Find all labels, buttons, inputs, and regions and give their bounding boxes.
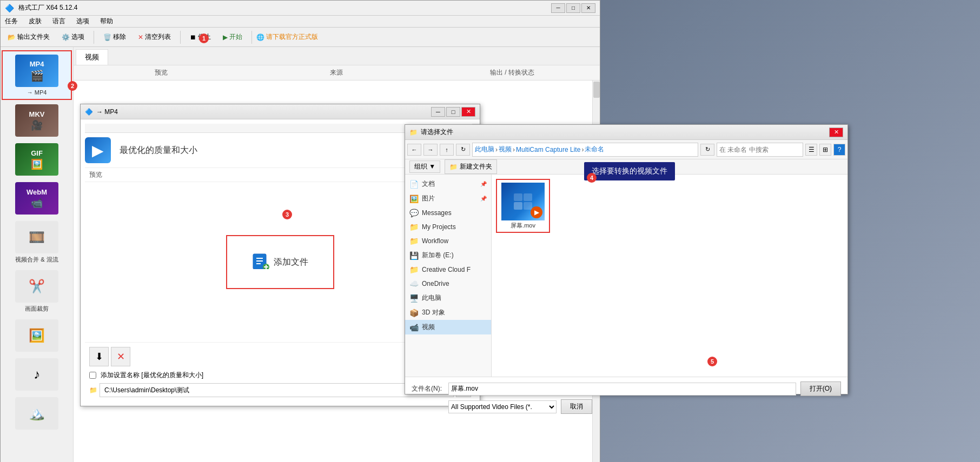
badge-2: 2 xyxy=(68,81,77,91)
path-unnamed[interactable]: 未命名 xyxy=(585,145,604,154)
clear-list-button[interactable]: ✕ 清空列表 xyxy=(133,30,176,44)
fp-filename-input[interactable] xyxy=(448,383,796,396)
sidebar-item-mkv[interactable]: MKV 🎥 xyxy=(1,101,73,140)
messages-icon: 💬 xyxy=(409,209,419,217)
action-btn-1[interactable]: ⬇ xyxy=(89,347,109,366)
fp-sidebar-thispc[interactable]: 🖥️ 此电脑 xyxy=(405,291,491,305)
fp-refresh-btn2[interactable]: ↻ xyxy=(700,144,714,156)
fp-search-input[interactable] xyxy=(717,143,803,157)
fp-sidebar-workflow[interactable]: 📁 Workflow xyxy=(405,234,491,248)
sidebar-item-extra3[interactable]: 🏔️ xyxy=(1,394,73,433)
fp-sidebar: 📄 文档 📌 🖼️ 图片 📌 💬 Messages 📁 My Projects … xyxy=(405,175,492,377)
fp-filename-row: 文件名(N): 打开(O) xyxy=(412,381,841,396)
action-btn-2[interactable]: ✕ xyxy=(111,347,130,366)
new-folder-icon: 📁 xyxy=(449,163,458,171)
close-button[interactable]: ✕ xyxy=(581,3,595,13)
fp-sidebar-onedrive[interactable]: ☁️ OneDrive xyxy=(405,277,491,291)
minimize-button[interactable]: ─ xyxy=(551,3,565,13)
globe-icon: 🌐 xyxy=(256,34,264,41)
file-picker-title-icon: 📁 xyxy=(409,129,418,136)
folder-icon-small: 📁 xyxy=(89,386,97,394)
sidebar-item-merge[interactable]: 🎞️ 视频合并 & 混流 xyxy=(1,218,73,267)
fp-filetype-select[interactable]: All Supported Video Files (*. xyxy=(448,400,557,413)
left-sidebar: MP4 🎬 → MP4 MKV 🎥 GIF 🖼️ xyxy=(1,47,74,462)
fp-file-thumbnail: ▶ xyxy=(501,183,545,220)
fp-up-button[interactable]: ↑ xyxy=(440,144,454,156)
menu-language[interactable]: 语言 xyxy=(50,16,68,27)
sidebar-item-extra1[interactable]: 🖼️ xyxy=(1,316,73,355)
add-name-checkbox[interactable] xyxy=(89,372,96,379)
menu-help[interactable]: 帮助 xyxy=(98,16,115,27)
thumb-icons-grid xyxy=(512,191,534,212)
menu-skin[interactable]: 皮肤 xyxy=(27,16,44,27)
file-picker-title-bar: 📁 请选择文件 ✕ xyxy=(405,125,847,140)
onedrive-icon: ☁️ xyxy=(409,279,419,288)
dialog-maximize-button[interactable]: □ xyxy=(446,107,460,117)
path-computer[interactable]: 此电脑 xyxy=(475,145,494,154)
fp-back-button[interactable]: ← xyxy=(407,144,421,156)
menu-task[interactable]: 任务 xyxy=(3,16,20,27)
extra2-icon: ♪ xyxy=(15,358,58,391)
fp-view-btn1[interactable]: ☰ xyxy=(805,144,817,156)
remove-button[interactable]: 🗑️ 移除 xyxy=(98,30,131,44)
app-icon: 🔷 xyxy=(5,4,14,12)
fp-sidebar-drive-e[interactable]: 💾 新加卷 (E:) xyxy=(405,248,491,263)
fp-new-folder-button[interactable]: 📁 新建文件夹 xyxy=(445,159,497,174)
fp-organize-button[interactable]: 组织 ▼ xyxy=(409,160,440,173)
fp-refresh-button[interactable]: ↻ xyxy=(456,144,470,156)
toolbar-separator-2 xyxy=(180,31,181,44)
fp-sidebar-messages[interactable]: 💬 Messages xyxy=(405,206,491,220)
pictures-icon: 🖼️ xyxy=(409,195,419,203)
toolbar-separator xyxy=(94,31,94,44)
sidebar-item-mp4[interactable]: MP4 🎬 → MP4 xyxy=(2,50,72,100)
fp-sidebar-creative-cloud[interactable]: 📁 Creative Cloud F xyxy=(405,263,491,277)
dialog-close-button[interactable]: ✕ xyxy=(461,107,475,117)
folder-icon: 📂 xyxy=(8,34,16,41)
sidebar-item-extra2[interactable]: ♪ xyxy=(1,355,73,394)
add-file-button[interactable]: 添加文件 xyxy=(226,235,334,289)
fp-help-button[interactable]: ? xyxy=(833,144,845,156)
fp-sidebar-documents[interactable]: 📄 文档 📌 xyxy=(405,177,491,191)
extra3-icon: 🏔️ xyxy=(15,397,58,430)
fp-file-mov[interactable]: ✓ ▶ 屏幕.mov xyxy=(496,179,550,233)
col-output: 输出 / 转换状态 xyxy=(425,67,600,78)
video-folder-icon: 📹 xyxy=(409,323,419,332)
fp-sidebar-myprojects[interactable]: 📁 My Projects xyxy=(405,220,491,234)
sidebar-item-crop[interactable]: ✂️ 画面裁剪 xyxy=(1,267,73,316)
maximize-button[interactable]: □ xyxy=(566,3,580,13)
3dobjects-icon: 📦 xyxy=(409,309,419,317)
output-folder-button[interactable]: 📂 输出文件夹 xyxy=(3,30,55,44)
fp-sidebar-pictures[interactable]: 🖼️ 图片 📌 xyxy=(405,191,491,206)
path-multicam[interactable]: MultiCam Capture Lite xyxy=(516,146,580,153)
fp-cancel-button[interactable]: 取消 xyxy=(561,399,592,414)
output-path-select[interactable]: C:\Users\admin\Desktop\测试 xyxy=(100,383,454,397)
sidebar-mp4-label: → MP4 xyxy=(27,89,47,96)
fp-content-area: ✓ ▶ 屏幕.mov xyxy=(492,175,847,377)
download-link[interactable]: 🌐 请下载官方正式版 xyxy=(256,32,318,42)
play-icon: ▶ xyxy=(223,34,228,41)
fp-footer: 文件名(N): 打开(O) All Supported Video Files … xyxy=(405,377,847,409)
fp-sidebar-3dobjects[interactable]: 📦 3D 对象 xyxy=(405,305,491,320)
sidebar-item-gif[interactable]: GIF 🖼️ xyxy=(1,140,73,179)
badge-4: 4 xyxy=(587,173,597,183)
dialog-minimize-button[interactable]: ─ xyxy=(431,107,445,117)
mp4-dialog-title-bar: 🔷 → MP4 ─ □ ✕ xyxy=(81,104,480,119)
fp-filename-label: 文件名(N): xyxy=(412,384,444,393)
toolbar: 📂 输出文件夹 ⚙️ 选项 🗑️ 移除 ✕ 清空列表 ⏹ 停止 ▶ 开始 🌐 请… xyxy=(1,28,600,47)
fp-sidebar-video[interactable]: 📹 视频 xyxy=(405,320,491,334)
drive-e-icon: 💾 xyxy=(409,251,419,260)
sidebar-crop-label: 画面裁剪 xyxy=(25,305,49,313)
video-tab[interactable]: 视频 xyxy=(76,49,108,65)
path-video[interactable]: 视频 xyxy=(499,145,512,154)
menu-options[interactable]: 选项 xyxy=(74,16,91,27)
documents-icon: 📄 xyxy=(409,180,419,189)
stop-icon: ⏹ xyxy=(190,34,196,41)
file-picker-close-button[interactable]: ✕ xyxy=(829,128,843,137)
start-button[interactable]: ▶ 开始 xyxy=(218,30,247,44)
fp-forward-button[interactable]: → xyxy=(423,144,438,156)
fp-open-button[interactable]: 打开(O) xyxy=(800,381,841,396)
sidebar-item-webm[interactable]: WebM 📹 xyxy=(1,179,73,218)
options-button[interactable]: ⚙️ 选项 xyxy=(57,30,89,44)
badge-3: 3 xyxy=(282,210,292,219)
fp-view-btn2[interactable]: ⊞ xyxy=(819,144,831,156)
